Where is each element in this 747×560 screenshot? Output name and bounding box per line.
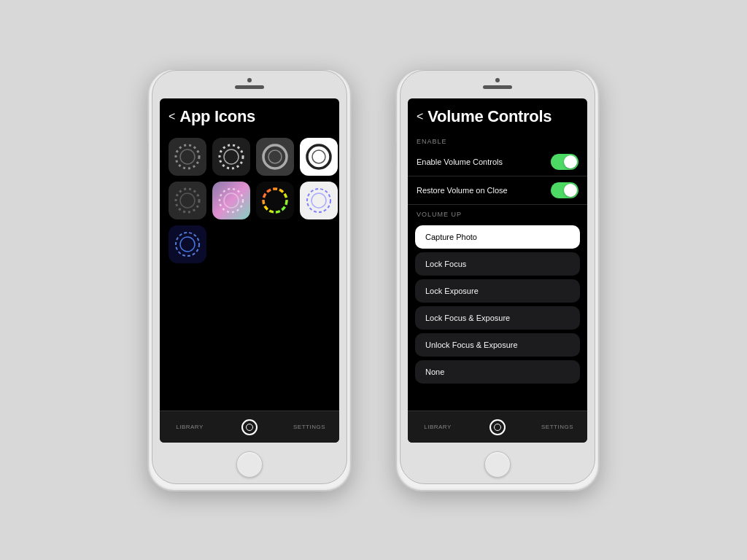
screen-2-title: Volume Controls — [427, 107, 551, 126]
screen-2-content: < Volume Controls ENABLE Enable Volume C… — [408, 98, 587, 443]
icons-grid — [160, 132, 339, 269]
camera-dot — [247, 78, 252, 82]
tab-settings-label-2: SETTINGS — [541, 424, 573, 430]
phone-1: < App Icons — [147, 69, 352, 491]
svg-point-10 — [220, 189, 243, 212]
tab-home-2[interactable] — [468, 419, 527, 435]
screen-1-title: App Icons — [179, 107, 255, 126]
svg-point-5 — [268, 150, 282, 163]
svg-point-0 — [176, 145, 199, 168]
phones-container: < App Icons — [147, 69, 600, 491]
svg-point-8 — [176, 189, 199, 212]
svg-point-2 — [220, 145, 243, 168]
menu-item-5[interactable]: None — [415, 360, 580, 384]
svg-point-7 — [312, 150, 325, 163]
svg-point-16 — [180, 237, 195, 252]
screen-1-header: < App Icons — [160, 98, 339, 132]
screen-2: < Volume Controls ENABLE Enable Volume C… — [408, 98, 587, 443]
tab-library-label-1: LIBRARY — [176, 424, 204, 430]
tab-library-1[interactable]: LIBRARY — [160, 424, 220, 430]
menu-item-4[interactable]: Unlock Focus & Exposure — [415, 333, 580, 357]
tab-settings-label-1: SETTINGS — [293, 424, 325, 430]
app-icon-3[interactable] — [256, 138, 294, 176]
svg-point-4 — [263, 145, 287, 168]
toggle-row-1: Enable Volume Controls — [408, 148, 587, 176]
app-icon-6[interactable] — [212, 182, 250, 219]
phone-1-inner: < App Icons — [152, 70, 347, 484]
svg-point-11 — [224, 193, 239, 208]
menu-item-0[interactable]: Capture Photo — [415, 225, 580, 249]
home-button-1[interactable] — [236, 451, 263, 478]
svg-point-1 — [180, 149, 195, 164]
menu-item-3[interactable]: Lock Focus & Exposure — [415, 306, 580, 330]
svg-point-12 — [263, 189, 287, 212]
app-icon-2[interactable] — [212, 138, 250, 176]
phone-2: < Volume Controls ENABLE Enable Volume C… — [395, 69, 600, 491]
tab-bar-1: LIBRARY SETTINGS — [160, 411, 339, 443]
svg-point-14 — [311, 193, 326, 208]
toggle-enable-volume[interactable] — [551, 154, 578, 170]
menu-item-2[interactable]: Lock Exposure — [415, 279, 580, 303]
app-icon-4[interactable] — [300, 138, 338, 176]
svg-point-9 — [180, 193, 195, 208]
speaker-slot — [235, 85, 264, 89]
tab-home-1[interactable] — [220, 419, 279, 435]
back-arrow-2[interactable]: < — [417, 110, 423, 123]
tab-home-icon-2 — [489, 419, 506, 435]
home-button-2[interactable] — [484, 451, 511, 478]
svg-point-13 — [307, 189, 330, 212]
tab-home-icon-1 — [241, 419, 258, 435]
app-icon-5[interactable] — [169, 182, 206, 219]
tab-settings-2[interactable]: SETTINGS — [527, 424, 587, 430]
menu-item-1[interactable]: Lock Focus — [415, 252, 580, 276]
screen-1: < App Icons — [160, 98, 339, 443]
screen-1-content: < App Icons — [160, 98, 339, 443]
enable-section-label: ENABLE — [408, 132, 587, 148]
back-arrow-1[interactable]: < — [169, 110, 175, 123]
app-icon-9[interactable] — [169, 225, 206, 263]
svg-point-3 — [224, 149, 239, 164]
phone-2-inner: < Volume Controls ENABLE Enable Volume C… — [400, 70, 595, 484]
svg-point-6 — [307, 145, 330, 168]
app-icon-7[interactable] — [256, 182, 294, 219]
volume-up-section-label: VOLUME UP — [408, 205, 587, 221]
svg-point-15 — [176, 233, 199, 256]
toggle-label-1: Enable Volume Controls — [417, 158, 503, 166]
tab-library-2[interactable]: LIBRARY — [408, 424, 468, 430]
tab-settings-1[interactable]: SETTINGS — [279, 424, 339, 430]
phone-2-top — [483, 78, 512, 89]
toggle-row-2: Restore Volume on Close — [408, 176, 587, 205]
tab-bar-2: LIBRARY SETTINGS — [408, 411, 587, 443]
screen-2-header: < Volume Controls — [408, 98, 587, 132]
volume-menu-list: Capture Photo Lock Focus Lock Exposure L… — [415, 225, 580, 384]
toggle-label-2: Restore Volume on Close — [417, 186, 508, 195]
camera-dot-2 — [495, 78, 500, 82]
app-icon-1[interactable] — [169, 138, 206, 176]
phone-1-top — [235, 78, 264, 89]
app-icon-8[interactable] — [300, 182, 338, 219]
speaker-slot-2 — [483, 85, 512, 89]
tab-library-label-2: LIBRARY — [424, 424, 452, 430]
toggle-restore-volume[interactable] — [551, 182, 578, 198]
